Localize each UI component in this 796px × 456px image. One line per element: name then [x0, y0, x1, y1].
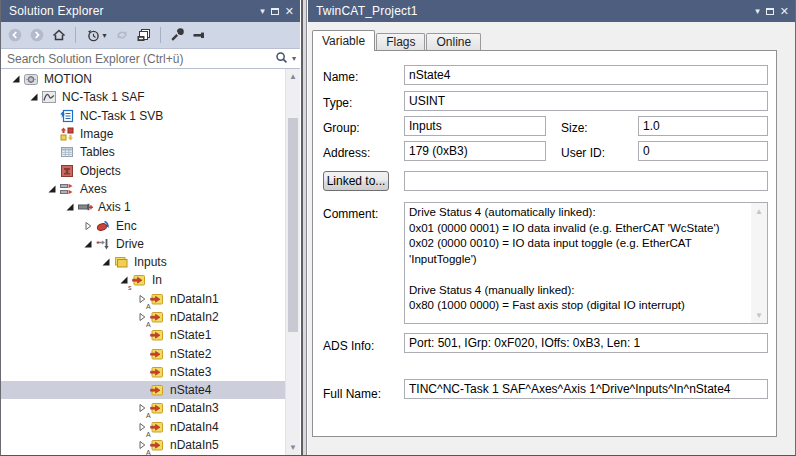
tree-item-axis-1[interactable]: Axis 1 — [1, 198, 285, 216]
search-icon[interactable] — [274, 50, 289, 68]
solution-explorer-title: Solution Explorer — [9, 4, 260, 18]
window-position-caret-icon[interactable]: ▾ — [755, 6, 760, 17]
name-label: Name: — [323, 70, 358, 84]
full-name-field[interactable]: TINC^NC-Task 1 SAF^Axes^Axis 1^Drive^Inp… — [404, 379, 768, 399]
collapse-arrow-icon[interactable] — [63, 202, 77, 212]
tree-scrollbar[interactable]: ▲ ▼ — [285, 69, 300, 455]
collapse-arrow-icon[interactable] — [27, 92, 41, 102]
scroll-up-icon[interactable]: ▲ — [286, 69, 300, 84]
address-field[interactable]: 179 (0xB3) — [404, 141, 546, 161]
type-label: Type: — [323, 96, 352, 110]
close-icon[interactable]: ✕ — [285, 6, 294, 17]
motion-icon — [23, 71, 39, 87]
tree-item-image[interactable]: Image — [1, 125, 285, 143]
collapse-arrow-icon[interactable] — [9, 74, 23, 84]
collapse-arrow-icon[interactable] — [81, 239, 95, 249]
search-box[interactable]: Search Solution Explorer (Ctrl+ü) ▾ — [1, 48, 300, 69]
type-field[interactable]: USINT — [404, 91, 768, 111]
user-id-field[interactable]: 0 — [638, 141, 768, 161]
tree-item-ndatain3[interactable]: AnDataIn3 — [1, 399, 285, 417]
scrollbar-thumb[interactable] — [288, 118, 298, 332]
ads-info-field[interactable]: Port: 501, IGrp: 0xF020, IOffs: 0xB3, Le… — [404, 333, 768, 353]
tree-item-in[interactable]: sIn — [1, 271, 285, 289]
close-icon[interactable]: ✕ — [780, 6, 789, 17]
tree-item-nstate3[interactable]: nState3 — [1, 363, 285, 381]
tree-item-nstate2[interactable]: nState2 — [1, 344, 285, 362]
tree-item-label: nDataIn5 — [170, 438, 219, 452]
axis-icon — [77, 199, 93, 215]
scroll-down-icon[interactable]: ▼ — [751, 308, 767, 322]
tree-item-nstate4[interactable]: nState4 — [1, 381, 285, 399]
tree-item-label: Enc — [116, 219, 137, 233]
user-id-label: User ID: — [561, 146, 605, 160]
collapse-arrow-icon[interactable] — [45, 184, 59, 194]
back-icon — [5, 25, 25, 45]
search-options-caret-icon[interactable]: ▾ — [292, 54, 296, 63]
preview-selected-icon[interactable] — [189, 25, 209, 45]
maximize-icon[interactable] — [766, 8, 774, 15]
tab-page-variable: Name: nState4 Type: USINT Group: Inputs … — [312, 50, 777, 437]
properties-icon[interactable] — [167, 25, 187, 45]
tree-item-nstate1[interactable]: nState1 — [1, 326, 285, 344]
tree-item-objects[interactable]: Objects — [1, 161, 285, 179]
tree-item-label: Image — [80, 127, 113, 141]
pending-changes-icon[interactable]: ▾ — [82, 25, 110, 45]
maximize-icon[interactable] — [271, 8, 279, 15]
input-variable-icon — [149, 382, 165, 398]
tree-item-ndatain1[interactable]: AnDataIn1 — [1, 290, 285, 308]
tree-item-inputs[interactable]: Inputs — [1, 253, 285, 271]
tab-variable[interactable]: Variable — [312, 30, 375, 51]
comment-field[interactable]: Drive Status 4 (automatically linked): 0… — [404, 202, 768, 324]
linked-to-button[interactable]: Linked to... — [323, 171, 389, 191]
tree-item-label: In — [152, 273, 162, 287]
input-variable-icon: A — [149, 419, 165, 435]
refresh-icon — [112, 25, 132, 45]
titlebar-buttons: ▾ ✕ — [755, 6, 789, 17]
toolbar-separator — [160, 27, 161, 43]
tree-item-label: Inputs — [134, 255, 167, 269]
name-field[interactable]: nState4 — [404, 65, 768, 85]
collapse-all-icon[interactable] — [134, 25, 154, 45]
panel-splitter[interactable] — [300, 0, 308, 455]
tree-item-label: NC-Task 1 SVB — [80, 109, 163, 123]
objects-icon — [59, 163, 75, 179]
tree-item-label: nDataIn2 — [170, 310, 219, 324]
tree-item-label: nState2 — [170, 347, 211, 361]
home-icon[interactable] — [49, 25, 69, 45]
solution-explorer-panel: Solution Explorer ▾ ✕ ▾ Search Solution … — [1, 0, 300, 455]
size-field[interactable]: 1.0 — [638, 116, 768, 136]
group-field[interactable]: Inputs — [404, 116, 546, 136]
tree-item-drive[interactable]: Drive — [1, 235, 285, 253]
tree-item-label: nState4 — [170, 383, 211, 397]
tab-flags[interactable]: Flags — [376, 33, 425, 50]
forward-icon — [27, 25, 47, 45]
tree-item-axes[interactable]: Axes — [1, 180, 285, 198]
tree-item-enc[interactable]: Enc — [1, 216, 285, 234]
expand-arrow-icon[interactable] — [81, 221, 95, 231]
input-variable-icon — [149, 346, 165, 362]
solution-explorer-toolbar: ▾ — [1, 22, 300, 48]
properties-titlebar: TwinCAT_Project1 ▾ ✕ — [308, 0, 795, 22]
scroll-up-icon[interactable]: ▲ — [751, 204, 767, 218]
tree-item-label: Axis 1 — [98, 200, 131, 214]
scroll-down-icon[interactable]: ▼ — [286, 440, 300, 455]
tab-strip: VariableFlagsOnline — [312, 30, 482, 51]
tree-item-label: nDataIn4 — [170, 420, 219, 434]
solution-explorer-titlebar: Solution Explorer ▾ ✕ — [1, 0, 300, 22]
tree-item-ndatain5[interactable]: AnDataIn5 — [1, 436, 285, 454]
comment-scrollbar[interactable]: ▲ ▼ — [751, 203, 767, 323]
properties-title: TwinCAT_Project1 — [316, 4, 755, 18]
twincat-window: Solution Explorer ▾ ✕ ▾ Search Solution … — [0, 0, 796, 456]
tree-item-ndatain4[interactable]: AnDataIn4 — [1, 418, 285, 436]
tree-item-nc-task-1-saf[interactable]: NC-Task 1 SAF — [1, 88, 285, 106]
tree-item-ndatain2[interactable]: AnDataIn2 — [1, 308, 285, 326]
group-label: Group: — [323, 121, 360, 135]
tab-online[interactable]: Online — [426, 33, 481, 50]
tree-item-tables[interactable]: Tables — [1, 143, 285, 161]
tree-item-label: NC-Task 1 SAF — [62, 90, 145, 104]
window-position-caret-icon[interactable]: ▾ — [260, 6, 265, 17]
linked-to-field[interactable] — [404, 171, 768, 191]
tree-item-motion[interactable]: MOTION — [1, 70, 285, 88]
collapse-arrow-icon[interactable] — [99, 257, 113, 267]
tree-item-nc-task-1-svb[interactable]: NC-Task 1 SVB — [1, 107, 285, 125]
